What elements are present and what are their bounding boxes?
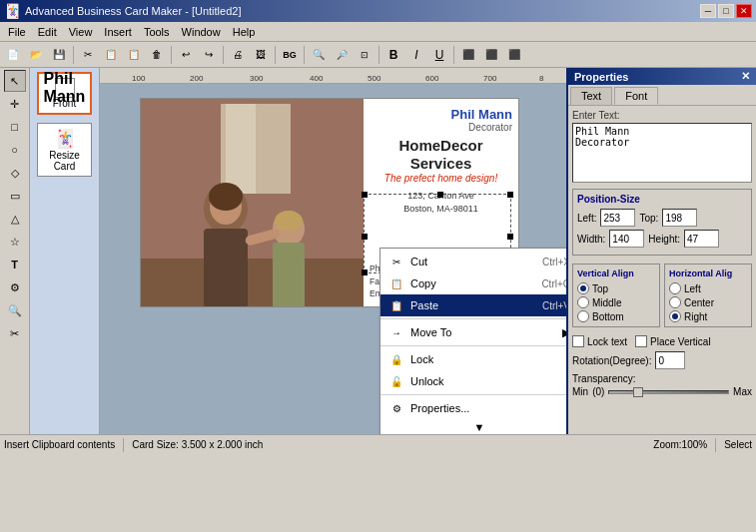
new-button[interactable]: 📄	[2, 44, 24, 66]
ctx-copy[interactable]: 📋 Copy Ctrl+C	[380, 272, 566, 294]
menu-help[interactable]: Help	[227, 24, 262, 40]
diamond-tool[interactable]: ◇	[4, 162, 26, 184]
ellipse-tool[interactable]: ○	[4, 139, 26, 161]
ctx-paste-label: Paste	[410, 299, 438, 311]
handle-tl[interactable]	[362, 192, 368, 198]
zoom-tool[interactable]: 🔍	[4, 299, 26, 321]
triangle-tool[interactable]: △	[4, 208, 26, 230]
properties-close-button[interactable]: ✕	[741, 70, 750, 83]
horizontal-align-group: Left Center Right	[669, 282, 747, 322]
paste-icon: 📋	[388, 297, 404, 313]
menu-edit[interactable]: Edit	[32, 24, 63, 40]
ruler-mark-800: 8	[539, 74, 543, 83]
handle-mr[interactable]	[507, 234, 513, 240]
halign-center-radio[interactable]: Center	[669, 296, 747, 308]
valign-bottom-radio[interactable]: Bottom	[577, 310, 655, 322]
transparency-label: Transparency:	[572, 373, 636, 384]
resize-card-thumb[interactable]: 🃏 ResizeCard	[37, 123, 92, 177]
crop-tool[interactable]: ✂	[4, 322, 26, 344]
zoom-in-button[interactable]: 🔍	[308, 44, 330, 66]
min-label: Min	[572, 386, 588, 397]
align-center-button[interactable]: ⬛	[480, 44, 502, 66]
copy-icon: 📋	[388, 275, 404, 291]
halign-center-dot	[669, 296, 681, 308]
redo-button[interactable]: ↪	[198, 44, 220, 66]
toolbar-sep3	[223, 46, 224, 64]
zoom-out-button[interactable]: 🔎	[331, 44, 353, 66]
close-button[interactable]: ✕	[736, 4, 752, 18]
card-number: Phil Mann	[55, 78, 75, 98]
tab-font[interactable]: Font	[614, 87, 658, 105]
halign-right-radio[interactable]: Right	[669, 310, 747, 322]
ctx-scroll-down[interactable]: ▼	[380, 419, 566, 434]
rect-tool[interactable]: □	[4, 116, 26, 138]
left-input[interactable]	[600, 209, 635, 227]
handle-tr[interactable]	[507, 192, 513, 198]
ctx-moveto[interactable]: → Move To ▶	[380, 321, 566, 343]
star-tool[interactable]: ☆	[4, 231, 26, 253]
front-card-thumb[interactable]: Phil Mann Front	[37, 72, 92, 115]
select-tool[interactable]: ↖	[4, 70, 26, 92]
menu-insert[interactable]: Insert	[98, 24, 138, 40]
open-button[interactable]: 📂	[25, 44, 47, 66]
italic-button[interactable]: I	[405, 44, 427, 66]
menu-view[interactable]: View	[63, 24, 99, 40]
copy-button[interactable]: 📋	[100, 44, 122, 66]
menu-tools[interactable]: Tools	[138, 24, 176, 40]
ctx-down-arrow: ▼	[474, 421, 485, 433]
height-label: Height:	[648, 234, 680, 245]
handle-ml[interactable]	[362, 234, 368, 240]
top-input[interactable]	[662, 209, 697, 227]
delete-button[interactable]: 🗑	[146, 44, 168, 66]
menu-window[interactable]: Window	[176, 24, 227, 40]
transparency-slider-thumb[interactable]	[633, 387, 643, 397]
align-right-button[interactable]: ⬛	[503, 44, 525, 66]
height-input[interactable]	[684, 230, 719, 248]
image-button[interactable]: 🖼	[250, 44, 272, 66]
move-tool[interactable]: ✛	[4, 93, 26, 115]
ctx-properties[interactable]: ⚙ Properties...	[380, 397, 566, 419]
position-size-section: Position-Size Left: Top: Width: Height:	[572, 189, 752, 256]
text-tool[interactable]: T	[4, 254, 26, 275]
settings-tool[interactable]: ⚙	[4, 276, 26, 298]
halign-left-radio[interactable]: Left	[669, 282, 747, 294]
tab-text[interactable]: Text	[570, 87, 612, 105]
cut-button[interactable]: ✂	[77, 44, 99, 66]
handle-bl[interactable]	[362, 269, 368, 275]
save-button[interactable]: 💾	[48, 44, 70, 66]
status-bar: Insert Clipboard contents Card Size: 3.5…	[0, 434, 756, 454]
svg-rect-3	[226, 104, 256, 194]
place-vertical-checkbox[interactable]: Place Vertical	[635, 335, 711, 347]
zoom-fit-button[interactable]: ⊡	[354, 44, 376, 66]
properties-content: Enter Text: Phil Mann Decorator Position…	[568, 106, 756, 434]
lock-text-checkbox[interactable]: Lock text	[572, 335, 627, 347]
svg-rect-6	[204, 229, 248, 307]
properties-title-label: Properties	[574, 71, 628, 83]
rotation-input[interactable]	[655, 351, 685, 369]
print-button[interactable]: 🖨	[227, 44, 249, 66]
handle-tm[interactable]	[437, 192, 443, 198]
align-left-button[interactable]: ⬛	[457, 44, 479, 66]
underline-button[interactable]: U	[428, 44, 450, 66]
maximize-button[interactable]: □	[718, 4, 734, 18]
valign-top-radio[interactable]: Top	[577, 282, 655, 294]
title-bar-controls[interactable]: ─ □ ✕	[700, 4, 752, 18]
bold-button[interactable]: B	[382, 44, 404, 66]
text-input[interactable]: Phil Mann Decorator	[572, 123, 752, 183]
rounded-rect-tool[interactable]: ▭	[4, 185, 26, 207]
ctx-lock[interactable]: 🔒 Lock	[380, 348, 566, 370]
minimize-button[interactable]: ─	[700, 4, 716, 18]
width-input[interactable]	[609, 230, 644, 248]
ctx-paste[interactable]: 📋 Paste Ctrl+V	[380, 294, 566, 316]
undo-button[interactable]: ↩	[175, 44, 197, 66]
valign-middle-radio[interactable]: Middle	[577, 296, 655, 308]
transparency-slider-track[interactable]	[608, 390, 729, 394]
ruler-horizontal: 100 200 300 400 500 600 700 8	[100, 68, 566, 84]
ctx-cut[interactable]: ✂ Cut Ctrl+X	[380, 251, 566, 272]
menu-file[interactable]: File	[2, 24, 32, 40]
paste-button[interactable]: 📋	[123, 44, 145, 66]
ctx-lock-label: Lock	[410, 353, 433, 365]
ctx-unlock[interactable]: 🔓 Unlock	[380, 370, 566, 392]
background-button[interactable]: BG	[279, 44, 301, 66]
ctx-separator2	[380, 345, 566, 346]
